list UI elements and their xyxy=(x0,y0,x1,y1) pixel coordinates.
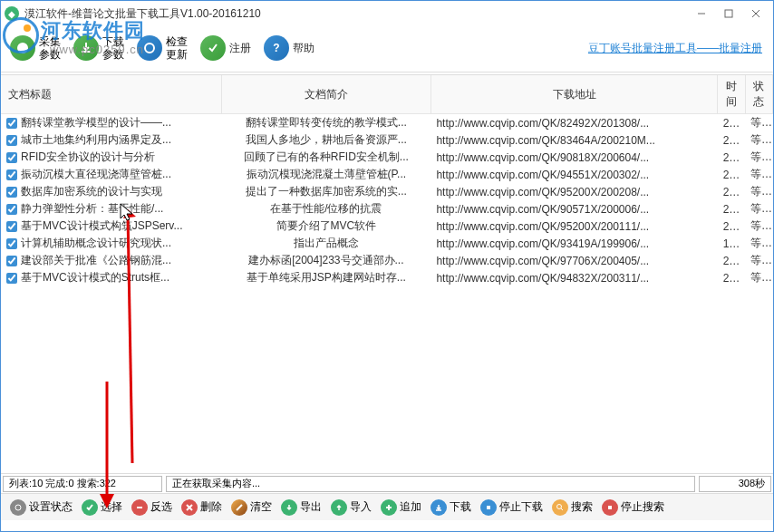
cell-url: http://www.cqvip.com/QK/94832X/200311/..… xyxy=(431,269,717,286)
cell-status: 等待 xyxy=(745,235,772,252)
import-button[interactable]: 导入 xyxy=(327,498,375,517)
row-checkbox[interactable] xyxy=(6,221,17,232)
cell-time: 2006 xyxy=(718,149,745,166)
download-button[interactable]: 下载 xyxy=(427,498,475,517)
cell-title: 计算机辅助概念设计研究现状... xyxy=(21,236,171,251)
column-title[interactable]: 文档标题 xyxy=(1,75,221,114)
column-url[interactable]: 下载地址 xyxy=(431,75,717,114)
table-row[interactable]: 振动沉模大直径现浇薄壁管桩... 振动沉模现浇混凝土薄壁管桩(P... http… xyxy=(1,166,773,183)
column-time[interactable]: 时间 xyxy=(718,75,745,114)
cell-time: 2004 xyxy=(718,252,745,269)
minimize-button[interactable] xyxy=(688,5,715,23)
table-row[interactable]: 基于MVC设计模式的Struts框... 基于单纯采用JSP构建网站时存... … xyxy=(1,269,773,286)
row-checkbox[interactable] xyxy=(6,204,17,215)
table-row[interactable]: 静力弹塑性分析：基于性能/... 在基于性能/位移的抗震 http://www.… xyxy=(1,200,773,218)
status-progress: 正在获取采集内容... xyxy=(166,476,695,492)
table-row[interactable]: 计算机辅助概念设计研究现状... 指出产品概念 http://www.cqvip… xyxy=(1,235,773,252)
cell-summary: 振动沉模现浇混凝土薄壁管桩(P... xyxy=(221,166,431,183)
row-checkbox[interactable] xyxy=(6,238,17,249)
cell-summary: 回顾了已有的各种RFID安全机制... xyxy=(221,149,431,166)
cell-summary: 简要介绍了MVC软件 xyxy=(221,218,431,235)
data-table: 文档标题 文档简介 下载地址 时间 状态 翻转课堂教学模型的设计——... 翻转… xyxy=(1,75,773,286)
row-checkbox[interactable] xyxy=(6,187,17,198)
titlebar: ◆ 漠江软件-维普论文批量下载工具V1.00-20161210 xyxy=(1,1,773,26)
cell-title: 数据库加密系统的设计与实现 xyxy=(21,184,162,199)
search-button[interactable]: 搜索 xyxy=(548,498,596,517)
clear-button[interactable]: 清空 xyxy=(227,498,276,517)
help-button[interactable]: ? 帮助 xyxy=(264,35,314,61)
row-checkbox[interactable] xyxy=(6,135,17,146)
update-icon xyxy=(137,35,162,61)
svg-point-13 xyxy=(557,504,562,508)
table-row[interactable]: 翻转课堂教学模型的设计——... 翻转课堂即转变传统的教学模式... http:… xyxy=(1,114,773,132)
invert-button[interactable]: 反选 xyxy=(128,498,176,517)
export-icon xyxy=(281,499,297,516)
search-icon xyxy=(552,499,568,516)
table-row[interactable]: 城市土地集约利用内涵界定及... 我国人多地少，耕地后备资源严... http:… xyxy=(1,131,773,149)
setstatus-button[interactable]: 设置状态 xyxy=(6,498,76,517)
row-checkbox[interactable] xyxy=(6,152,17,163)
download-icon xyxy=(431,499,447,516)
cell-title: 基于MVC设计模式的Struts框... xyxy=(21,270,169,285)
delete-button[interactable]: 删除 xyxy=(178,498,226,517)
cell-status: 等待 xyxy=(745,166,772,183)
cell-summary: 在基于性能/位移的抗震 xyxy=(221,200,431,218)
select-button[interactable]: 选择 xyxy=(78,498,126,517)
cell-summary: 基于单纯采用JSP构建网站时存... xyxy=(221,269,431,286)
table-row[interactable]: 数据库加密系统的设计与实现 提出了一种数据库加密系统的实... http://w… xyxy=(1,183,773,200)
cell-time: 2003 xyxy=(718,269,745,286)
table-row[interactable]: RFID安全协议的设计与分析 回顾了已有的各种RFID安全机制... http:… xyxy=(1,149,773,166)
download-params-button[interactable]: 下载参数 xyxy=(73,35,124,61)
collect-params-button[interactable]: 采集参数 xyxy=(10,35,61,61)
svg-rect-12 xyxy=(487,506,490,509)
cell-status: 等待 xyxy=(745,131,772,149)
cell-time: 2003 xyxy=(718,166,745,183)
check-update-button[interactable]: 检查更新 xyxy=(137,35,188,61)
cell-url: http://www.cqvip.com/QK/95200X/200208/..… xyxy=(431,183,717,200)
collect-icon xyxy=(10,35,35,61)
cell-time: 2000 xyxy=(718,200,745,218)
cell-time: 2002 xyxy=(718,183,745,200)
row-checkbox[interactable] xyxy=(6,273,17,284)
cell-url: http://www.cqvip.com/QK/82492X/201308/..… xyxy=(431,114,717,132)
import-icon xyxy=(331,499,347,516)
table-row[interactable]: 基于MVC设计模式构筑JSPServ... 简要介绍了MVC软件 http://… xyxy=(1,218,773,235)
cell-summary: 翻转课堂即转变传统的教学模式... xyxy=(221,114,431,132)
cell-status: 等待 xyxy=(745,252,772,269)
cell-title: 城市土地集约利用内涵界定及... xyxy=(21,132,171,148)
cell-title: 静力弹塑性分析：基于性能/... xyxy=(21,201,163,217)
column-summary[interactable]: 文档简介 xyxy=(221,75,431,114)
gear-icon xyxy=(10,499,26,516)
cell-time: 2013 xyxy=(718,114,745,132)
cell-title: RFID安全协议的设计与分析 xyxy=(21,150,155,165)
maximize-button[interactable] xyxy=(715,5,742,23)
row-checkbox[interactable] xyxy=(6,118,17,129)
cell-title: 基于MVC设计模式构筑JSPServ... xyxy=(21,218,182,234)
cell-url: http://www.cqvip.com/QK/83464A/200210M..… xyxy=(431,131,717,149)
svg-rect-15 xyxy=(608,506,612,509)
invert-icon xyxy=(131,499,148,516)
cell-time: 2002 xyxy=(718,131,745,149)
bottombar: 设置状态 选择 反选 删除 清空 导出 导入 追加 下载 停止下载 搜索 停止搜… xyxy=(1,493,773,520)
column-status[interactable]: 状态 xyxy=(745,75,772,114)
register-link[interactable]: 豆丁账号批量注册工具——批量注册 xyxy=(588,41,762,56)
cell-url: http://www.cqvip.com/QK/90818X/200604/..… xyxy=(431,149,717,166)
append-button[interactable]: 追加 xyxy=(377,498,425,517)
table-row[interactable]: 建设部关于批准《公路钢筋混... 建办标函[2004]233号交通部办... h… xyxy=(1,252,773,269)
cell-summary: 我国人多地少，耕地后备资源严... xyxy=(221,131,431,149)
register-button[interactable]: 注册 xyxy=(200,35,251,61)
window-controls xyxy=(688,5,769,23)
cell-url: http://www.cqvip.com/QK/97706X/200405/..… xyxy=(431,252,717,269)
row-checkbox[interactable] xyxy=(6,256,17,266)
export-button[interactable]: 导出 xyxy=(277,498,325,517)
window-title: 漠江软件-维普论文批量下载工具V1.00-20161210 xyxy=(24,6,688,22)
cell-url: http://www.cqvip.com/QK/94551X/200302/..… xyxy=(431,166,717,183)
stopdownload-button[interactable]: 停止下载 xyxy=(477,498,547,517)
cell-title: 振动沉模大直径现浇薄壁管桩... xyxy=(21,167,171,182)
row-checkbox[interactable] xyxy=(6,169,17,180)
cell-url: http://www.cqvip.com/QK/93419A/199906/..… xyxy=(431,235,717,252)
data-table-container[interactable]: 文档标题 文档简介 下载地址 时间 状态 翻转课堂教学模型的设计——... 翻转… xyxy=(1,74,773,473)
help-icon: ? xyxy=(264,35,289,61)
stopsearch-button[interactable]: 停止搜索 xyxy=(598,498,668,517)
close-button[interactable] xyxy=(742,5,769,23)
